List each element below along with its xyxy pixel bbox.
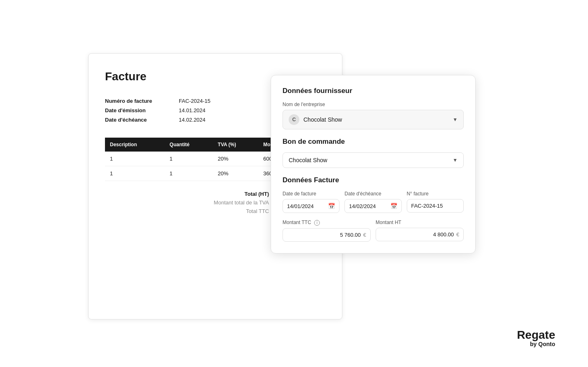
regate-logo-sub: by Qonto — [517, 341, 555, 347]
regate-logo: Regate by Qonto — [517, 329, 555, 347]
date-echeance-field: Date d'échéance 📅 — [344, 191, 401, 213]
invoice-due-label: Date d'échéance — [105, 117, 171, 123]
cell-tva-2: 20% — [213, 166, 258, 181]
info-icon[interactable]: i — [314, 220, 320, 226]
bon-commande-value: Chocolat Show — [289, 157, 327, 163]
company-field-label: Nom de l'entreprise — [283, 102, 464, 107]
bon-commande-title: Bon de commande — [283, 138, 464, 146]
col-description: Description — [105, 138, 165, 152]
qonto-text: Qonto — [538, 341, 555, 347]
date-facture-input-wrap[interactable]: 📅 — [283, 199, 340, 213]
invoice-emission-label: Date d'émission — [105, 107, 171, 113]
cell-tva-1: 20% — [213, 152, 258, 166]
cell-qty-1: 1 — [165, 152, 213, 166]
date-echeance-input-wrap[interactable]: 📅 — [344, 199, 401, 213]
cell-qty-2: 1 — [165, 166, 213, 181]
supplier-panel: Données fournisseur Nom de l'entreprise … — [271, 75, 476, 254]
euro-icon-ttc: € — [363, 232, 366, 238]
date-facture-field: Date de facture 📅 — [283, 191, 340, 213]
col-tva: TVA (%) — [213, 138, 258, 152]
euro-icon-ht: € — [456, 231, 459, 238]
company-select-inner: C Chocolat Show — [289, 114, 342, 125]
invoice-due-value: 14.02.2024 — [179, 117, 205, 123]
company-avatar: C — [289, 114, 299, 125]
donnees-facture-grid: Date de facture 📅 Date d'échéance 📅 N° f… — [283, 191, 464, 213]
montant-ttc-field: Montant TTC i € — [283, 220, 371, 242]
montant-ttc-input-wrap[interactable]: € — [283, 228, 371, 242]
bon-commande-select[interactable]: Chocolat Show ▼ — [283, 152, 464, 168]
numero-facture-field: N° facture — [407, 191, 464, 213]
chevron-down-icon-2: ▼ — [453, 157, 458, 163]
invoice-number-value: FAC-2024-15 — [179, 98, 210, 104]
calendar-icon-2[interactable]: 📅 — [390, 203, 397, 209]
montant-ht-input[interactable] — [380, 231, 454, 238]
date-echeance-label: Date d'échéance — [344, 191, 401, 197]
invoice-number-label: Numéro de facture — [105, 98, 171, 104]
company-name: Chocolat Show — [303, 116, 342, 123]
chevron-down-icon: ▼ — [453, 117, 458, 122]
total-ht-label: Total (HT) — [195, 191, 269, 197]
montant-ttc-input[interactable] — [287, 232, 361, 238]
company-select[interactable]: C Chocolat Show ▼ — [283, 110, 464, 129]
montant-ht-label: Montant HT — [376, 220, 464, 225]
date-facture-input[interactable] — [287, 203, 326, 209]
numero-facture-input[interactable] — [407, 199, 464, 213]
cell-desc-2: 1 — [105, 166, 165, 181]
numero-facture-label: N° facture — [407, 191, 464, 197]
montant-grid: Montant TTC i € Montant HT € — [283, 220, 464, 242]
cell-desc-1: 1 — [105, 152, 165, 166]
total-tva-label: Montant total de la TVA — [195, 199, 269, 206]
date-facture-label: Date de facture — [283, 191, 340, 197]
supplier-section-title: Données fournisseur — [283, 87, 464, 95]
donnees-facture-title: Données Facture — [283, 176, 464, 184]
date-echeance-input[interactable] — [349, 203, 388, 209]
calendar-icon-1[interactable]: 📅 — [328, 203, 335, 209]
montant-ht-field: Montant HT € — [376, 220, 464, 242]
montant-ttc-label: Montant TTC i — [283, 220, 371, 226]
total-ttc-label: Total TTC — [195, 208, 269, 214]
montant-ht-input-wrap[interactable]: € — [376, 228, 464, 241]
col-quantite: Quantité — [165, 138, 213, 152]
regate-logo-text: Regate — [517, 329, 555, 341]
by-text: by — [530, 341, 537, 347]
invoice-emission-value: 14.01.2024 — [179, 107, 205, 113]
